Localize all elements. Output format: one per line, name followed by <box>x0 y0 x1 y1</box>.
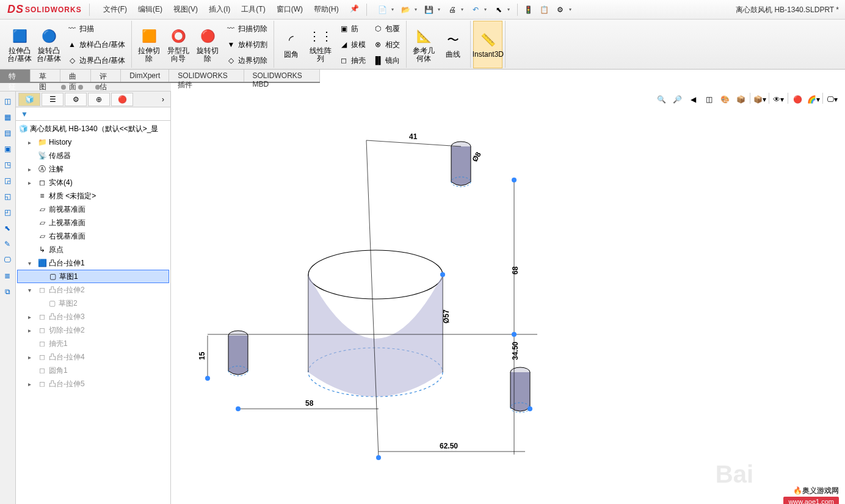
viewport-layout-icon[interactable]: 🖵▾ <box>825 93 839 106</box>
apply-scene-icon[interactable]: 🔴 <box>791 93 804 106</box>
tree-sensors[interactable]: 📡传感器 <box>17 149 169 162</box>
shell-button[interactable]: ◻抽壳 <box>335 53 369 68</box>
draft-button[interactable]: ◢拔模 <box>335 37 369 52</box>
rib-button[interactable]: ▣筋 <box>335 21 369 36</box>
tree-tab-property-icon[interactable]: ☰ <box>42 93 63 106</box>
sweep-cut-button[interactable]: 〰扫描切除 <box>222 21 271 36</box>
tab-features[interactable]: 特征 <box>0 70 31 82</box>
menu-help[interactable]: 帮助(H) <box>309 2 344 17</box>
pin-icon[interactable]: 📌 <box>345 2 364 17</box>
tree-extrude5[interactable]: ▸◻凸台-拉伸5 <box>17 377 169 391</box>
revolve-boss-button[interactable]: 🔵旋转凸台/基体 <box>34 21 63 68</box>
tab-dimxpert[interactable]: DimXpert <box>121 70 169 82</box>
extrude-cut-button[interactable]: 🟧拉伸切除 <box>134 21 164 68</box>
new-doc-icon[interactable]: 📄 <box>375 2 390 17</box>
linear-pattern-button[interactable]: ⋮⋮线性阵列 <box>306 21 335 68</box>
tree-top-plane[interactable]: ▱上视基准面 <box>17 216 169 229</box>
tree-front-plane[interactable]: ▱前视基准面 <box>17 203 169 216</box>
tree-origin[interactable]: ↳原点 <box>17 243 169 256</box>
tab-evaluate[interactable]: 评估 <box>91 70 121 82</box>
menu-file[interactable]: 文件(F) <box>98 2 132 17</box>
tree-tab-display-icon[interactable]: 🔴 <box>111 93 133 106</box>
rebuild-icon[interactable]: 🚦 <box>521 2 536 17</box>
tree-root[interactable]: 🧊离心鼓风机 HB-1340（默认<<默认>_显 <box>17 122 169 135</box>
display-style-icon[interactable]: 📦 <box>734 93 747 106</box>
tree-sketch2[interactable]: ▢草图2 <box>17 297 169 310</box>
filter-icon[interactable]: ▼ <box>21 110 28 118</box>
lt-cube3-icon[interactable]: ◱ <box>0 189 15 204</box>
tree-tab-dimxpert-icon[interactable]: ⊕ <box>88 93 110 106</box>
tree-extrude3[interactable]: ▸◻凸台-拉伸3 <box>17 310 169 323</box>
fillet-button[interactable]: ◜圆角 <box>277 21 306 68</box>
select-icon[interactable]: ⬉ <box>491 2 506 17</box>
tab-mbd[interactable]: SOLIDWORKS MBD <box>244 70 320 82</box>
lt-cube4-icon[interactable]: ◰ <box>0 205 15 220</box>
ref-geometry-button[interactable]: 📐参考几何体 <box>409 21 438 68</box>
boundary-boss-button[interactable]: ◇边界凸台/基体 <box>63 53 129 68</box>
hole-wizard-button[interactable]: ⭕异型孔向导 <box>164 21 193 68</box>
loft-cut-button[interactable]: ▼放样切割 <box>222 37 271 52</box>
tree-extrude1[interactable]: ▾🟦凸台-拉伸1 <box>17 256 169 270</box>
revolve-cut-button[interactable]: 🔴旋转切除 <box>193 21 222 68</box>
boundary-cut-button[interactable]: ◇边界切除 <box>222 53 271 68</box>
intersect-button[interactable]: ⊗相交 <box>369 37 404 52</box>
lt-part-icon[interactable]: ◫ <box>0 94 15 109</box>
tree-tab-feature-icon[interactable]: 🧊 <box>18 93 40 106</box>
curves-button[interactable]: 〜曲线 <box>438 21 468 68</box>
tree-history[interactable]: ▸📁History <box>17 135 169 149</box>
mirror-icon: ▐▌ <box>373 56 383 65</box>
lt-box-icon[interactable]: ▣ <box>0 142 15 156</box>
menu-insert[interactable]: 插入(I) <box>204 2 235 17</box>
lt-select-icon[interactable]: ⬉ <box>0 221 15 236</box>
menu-view[interactable]: 视图(V) <box>169 2 203 17</box>
tree-right-plane[interactable]: ▱右视基准面 <box>17 229 169 243</box>
lt-sketch-icon[interactable]: ✎ <box>0 237 15 251</box>
lt-layers-icon[interactable]: ≣ <box>0 268 15 283</box>
mirror-button[interactable]: ▐▌镜向 <box>369 53 404 68</box>
lt-cube1-icon[interactable]: ◳ <box>0 157 15 172</box>
tree-tab-config-icon[interactable]: ⚙ <box>65 93 87 106</box>
tab-plugins[interactable]: SOLIDWORKS 插件 <box>169 70 244 82</box>
lt-drawing-icon[interactable]: ▤ <box>0 126 15 140</box>
tree-sketch1[interactable]: ▢草图1 <box>17 270 169 283</box>
tree-material[interactable]: ≡材质 <未指定> <box>17 189 169 203</box>
tree-annotations[interactable]: ▸Ⓐ注解 <box>17 162 169 176</box>
tree-extrude4[interactable]: ▸◻凸台-拉伸4 <box>17 350 169 364</box>
settings-icon[interactable]: ⚙ <box>553 2 568 17</box>
prev-view-icon[interactable]: ◀ <box>686 93 700 106</box>
section-view-icon[interactable]: ◫ <box>702 93 716 106</box>
lt-cube2-icon[interactable]: ◲ <box>0 173 15 188</box>
edit-appearance-icon[interactable]: 👁▾ <box>772 93 785 106</box>
undo-icon[interactable]: ↶ <box>468 2 483 17</box>
3d-viewport[interactable]: 🔍 🔎 ◀ ◫ 🎨 📦 📦▾ 👁▾ 🔴 🌈▾ 🖵▾ <box>171 92 845 504</box>
hide-show-icon[interactable]: 📦▾ <box>753 93 766 106</box>
print-icon[interactable]: 🖨 <box>445 2 460 17</box>
open-doc-icon[interactable]: 📂 <box>399 2 413 17</box>
tree-shell1[interactable]: ◻抽壳1 <box>17 337 169 350</box>
view-orient-icon[interactable]: 🎨 <box>718 93 731 106</box>
extrude-icon: ◻ <box>37 379 47 389</box>
lt-copy-icon[interactable]: ⧉ <box>0 284 15 299</box>
lt-display-icon[interactable]: 🖵 <box>0 253 15 267</box>
sweep-button[interactable]: 〰扫描 <box>63 21 129 36</box>
tab-sketch[interactable]: 草图 <box>31 70 61 82</box>
save-icon[interactable]: 💾 <box>422 2 437 17</box>
lt-assembly-icon[interactable]: ▦ <box>0 110 15 124</box>
view-settings-icon[interactable]: 🌈▾ <box>807 93 820 106</box>
tree-fillet1[interactable]: ◻圆角1 <box>17 364 169 377</box>
tree-solid-bodies[interactable]: ▸◻实体(4) <box>17 176 169 189</box>
menu-tools[interactable]: 工具(T) <box>236 2 270 17</box>
zoom-area-icon[interactable]: 🔎 <box>670 93 684 106</box>
zoom-fit-icon[interactable]: 🔍 <box>655 93 668 106</box>
tree-extrude2[interactable]: ▾◻凸台-拉伸2 <box>17 283 169 297</box>
wrap-button[interactable]: ⬡包覆 <box>369 21 404 36</box>
instant3d-button[interactable]: 📏Instant3D <box>473 21 502 68</box>
options-list-icon[interactable]: 📋 <box>537 2 552 17</box>
loft-boss-button[interactable]: ▲放样凸台/基体 <box>63 37 129 52</box>
menu-edit[interactable]: 编辑(E) <box>133 2 167 17</box>
tree-cut2[interactable]: ▸◻切除-拉伸2 <box>17 323 169 337</box>
menu-window[interactable]: 窗口(W) <box>272 2 308 17</box>
extrude-boss-button[interactable]: 🟦拉伸凸台/基体 <box>5 21 34 68</box>
tree-collapse-icon[interactable]: › <box>158 95 168 104</box>
tab-surfaces[interactable]: 曲面 <box>60 70 91 82</box>
